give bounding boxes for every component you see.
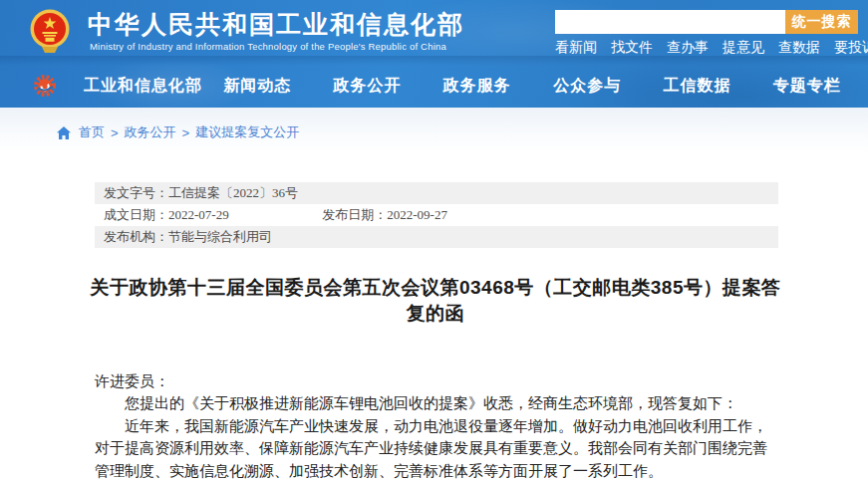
document-body: 许进委员： 您提出的《关于积极推进新能源车锂电池回收的提案》收悉，经商生态环境部…	[95, 370, 780, 482]
main-nav: 工业和信息化部 新闻动态 政务公开 政务服务 公众参与 工信数据 专题专栏	[0, 66, 868, 106]
breadcrumb: 首页 > 政务公开 > 建议提案复文公开	[57, 123, 299, 141]
publish-date-label: 发布日期：	[322, 207, 387, 222]
nav-item-miit[interactable]: 工业和信息化部	[84, 76, 202, 97]
meta-row-doc-number: 发文字号：工信提案〔2022〕36号	[95, 182, 778, 204]
document-meta: 发文字号：工信提案〔2022〕36号 成文日期：2022-07-29 发布日期：…	[95, 182, 778, 248]
quick-link-data[interactable]: 查数据	[778, 39, 820, 57]
doc-number-label: 发文字号：	[104, 185, 168, 200]
miit-logo-icon	[32, 73, 58, 99]
meta-row-dates: 成文日期：2022-07-29 发布日期：2022-09-27	[95, 204, 778, 226]
search-button[interactable]: 统一搜索	[785, 10, 858, 34]
quick-link-files[interactable]: 找文件	[611, 39, 653, 57]
quick-links: 看新闻 找文件 查办事 提意见 查数据 要投诉	[555, 39, 868, 57]
publisher-value: 节能与综合利用司	[168, 229, 272, 244]
quick-link-feedback[interactable]: 提意见	[723, 39, 764, 57]
site-subtitle: Ministry of Industry and Information Tec…	[90, 41, 446, 52]
nav-item-news[interactable]: 新闻动态	[202, 76, 312, 97]
document-paragraph: 近年来，我国新能源汽车产业快速发展，动力电池退役量逐年增加。做好动力电池回收利用…	[95, 415, 780, 482]
quick-link-news[interactable]: 看新闻	[555, 39, 597, 57]
publisher-label: 发布机构：	[104, 229, 168, 244]
site-title: 中华人民共和国工业和信息化部	[88, 8, 464, 41]
breadcrumb-separator: >	[111, 125, 119, 140]
document-paragraph: 您提出的《关于积极推进新能源车锂电池回收的提案》收悉，经商生态环境部，现答复如下…	[95, 392, 780, 414]
quick-link-complaint[interactable]: 要投诉	[834, 39, 868, 57]
document-title: 关于政协第十三届全国委员会第五次会议第03468号（工交邮电类385号）提案答复…	[88, 275, 783, 327]
nav-item-public-participation[interactable]: 公众参与	[532, 76, 642, 97]
nav-items: 工业和信息化部 新闻动态 政务公开 政务服务 公众参与 工信数据 专题专栏	[84, 76, 862, 97]
publish-date-value: 2022-09-27	[387, 207, 447, 222]
written-date-label: 成文日期：	[104, 207, 168, 222]
meta-row-publisher: 发布机构：节能与综合利用司	[95, 226, 778, 248]
nav-item-gov-disclosure[interactable]: 政务公开	[312, 76, 422, 97]
site-header: 中华人民共和国工业和信息化部 Ministry of Industry and …	[0, 0, 868, 108]
quick-link-services[interactable]: 查办事	[667, 39, 709, 57]
nav-item-miit-data[interactable]: 工信数据	[642, 76, 751, 97]
written-date-value: 2022-07-29	[168, 207, 229, 222]
home-icon	[57, 126, 71, 139]
national-emblem-icon	[28, 8, 72, 54]
document-salutation: 许进委员：	[95, 370, 780, 392]
doc-number-value: 工信提案〔2022〕36号	[168, 185, 298, 200]
breadcrumb-gov-disclosure[interactable]: 政务公开	[125, 123, 176, 141]
breadcrumb-separator: >	[182, 125, 190, 140]
search-bar: 统一搜索	[555, 10, 858, 34]
search-input[interactable]	[555, 10, 785, 34]
nav-item-special-topics[interactable]: 专题专栏	[752, 76, 862, 97]
breadcrumb-current: 建议提案复文公开	[195, 123, 299, 141]
nav-item-gov-services[interactable]: 政务服务	[423, 76, 532, 97]
breadcrumb-home[interactable]: 首页	[79, 123, 105, 141]
